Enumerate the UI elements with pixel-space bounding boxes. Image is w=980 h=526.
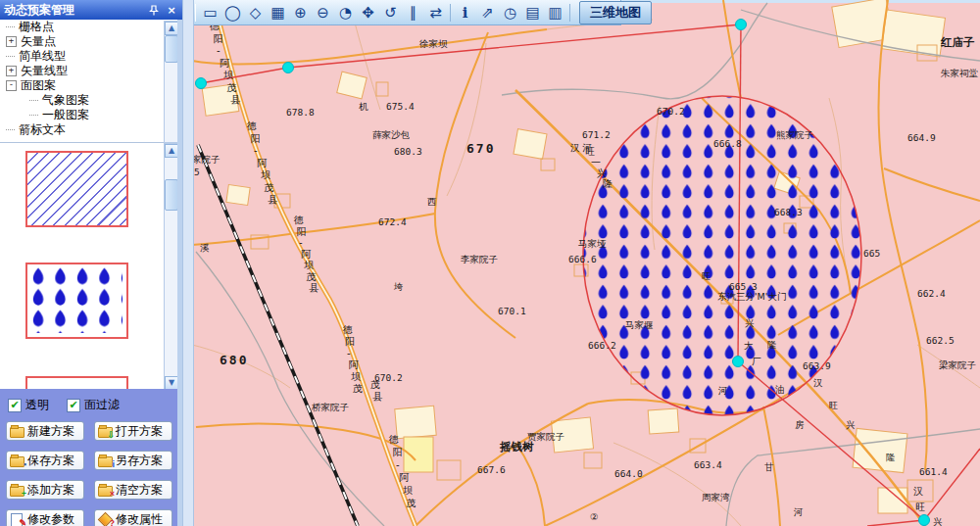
map-label: 家院子	[192, 154, 220, 165]
map-label: 油	[775, 384, 785, 395]
expand-icon[interactable]: +	[6, 36, 17, 47]
map-label: 汉	[813, 377, 823, 388]
button-label: 另存方案	[116, 453, 163, 469]
map-label: 桥家院子	[311, 402, 349, 412]
button-新建方案[interactable]: 新建方案	[6, 421, 84, 441]
zoom-out-icon[interactable]: ⊖	[312, 2, 334, 24]
tree-item-矢量线型[interactable]: +矢量线型	[0, 64, 164, 78]
tree-item-箭标文本[interactable]: 箭标文本	[0, 122, 164, 137]
zoom-in-icon[interactable]: ⊕	[289, 2, 312, 24]
button-保存方案[interactable]: ▪保存方案	[6, 451, 84, 470]
tree-item-简单线型[interactable]: 简单线型	[0, 49, 164, 64]
tree-item-栅格点[interactable]: 栅格点	[0, 20, 164, 34]
map-label: 徐家坝	[418, 38, 448, 49]
tree-item-矢量点[interactable]: +矢量点	[0, 34, 164, 49]
panel-title: 动态预案管理	[4, 2, 143, 19]
tree-item-气象图案[interactable]: 气象图案	[0, 93, 164, 108]
zoom-previous-icon[interactable]: ↺	[379, 2, 402, 24]
grid-icon[interactable]: ▦	[267, 2, 289, 24]
map3d-button[interactable]: 三维地图	[579, 1, 652, 24]
pattern-swatch-partial[interactable]	[25, 376, 128, 390]
checkbox-透明[interactable]: ✔透明	[8, 397, 49, 413]
button-label: 修改参数	[27, 511, 74, 526]
map-label: 663.9	[803, 360, 831, 371]
map-label: 661.4	[919, 466, 948, 477]
map-label: 兴	[846, 419, 856, 430]
map-label: 隆	[767, 339, 777, 350]
toolbar-separator	[569, 4, 570, 22]
map-label: 德	[246, 120, 257, 131]
save-icon[interactable]: ▤	[521, 2, 544, 24]
clock-icon[interactable]: ◷	[499, 2, 521, 24]
button-label: 保存方案	[27, 453, 74, 469]
expand-icon[interactable]: +	[6, 66, 17, 76]
close-icon[interactable]: ×	[165, 3, 178, 17]
map-label: 670.2	[657, 106, 685, 117]
map-label: 薛家沙包	[372, 129, 411, 140]
map-label: 房	[795, 419, 805, 430]
pin-icon[interactable]	[147, 3, 161, 17]
panel-splitter[interactable]	[182, 0, 194, 526]
map-label: 县	[372, 391, 383, 402]
map-label: 664.0	[614, 468, 643, 479]
map-label: ②	[590, 511, 599, 522]
map-label: -	[396, 459, 400, 470]
map-label: 678.8	[286, 107, 315, 118]
map-label: 茂	[307, 271, 317, 282]
map-label: 朱家祠堂	[941, 68, 979, 78]
scroll-down-icon[interactable]: ▼	[165, 376, 178, 390]
layer-tree: 栅格点+矢量点简单线型+矢量线型-面图案气象图案一般图案箭标文本	[0, 20, 164, 142]
tree-item-面图案[interactable]: -面图案	[0, 78, 164, 93]
map-toolbar: ▭◯◇▦⊕⊖◔✥↺∥⇄i⇗◷▤▥ 三维地图	[192, 0, 621, 25]
measure-polygon-icon[interactable]: ◇	[244, 2, 267, 24]
map-label: 阳	[393, 447, 403, 457]
pattern-swatch-hatch[interactable]	[25, 151, 128, 227]
swap-icon[interactable]: ⇄	[424, 2, 447, 24]
button-清空方案[interactable]: ×清空方案	[94, 480, 172, 500]
map-label: 茂	[227, 82, 237, 93]
checkbox-面过滤[interactable]: ✔面过滤	[67, 397, 120, 413]
map-label: 阿	[400, 472, 410, 483]
button-另存方案[interactable]: i另存方案	[94, 451, 172, 470]
button-打开方案[interactable]: ⇩打开方案	[94, 421, 172, 441]
map-label: 河	[717, 385, 728, 396]
map-label: 旺	[915, 502, 925, 512]
map-label: 机	[359, 101, 368, 112]
button-修改属性[interactable]: ?修改属性	[94, 509, 172, 526]
scroll-up-icon[interactable]: ▲	[165, 144, 178, 158]
map-label: 熊家院子	[776, 129, 813, 140]
collapse-icon[interactable]: -	[6, 80, 17, 91]
info-icon[interactable]: i	[454, 2, 476, 24]
map-label: 667.6	[477, 464, 506, 475]
map-label: 阳	[297, 226, 307, 237]
map-label: 阿	[220, 58, 230, 69]
checkbox-icon[interactable]: ✔	[8, 399, 22, 412]
export-icon[interactable]: ⇗	[476, 2, 499, 24]
map-label: 坝	[403, 485, 413, 496]
map-label: 662.5	[926, 335, 955, 346]
map-label: 茂	[265, 182, 274, 193]
print-icon[interactable]: ▥	[544, 2, 566, 24]
scroll-up-icon[interactable]: ▲	[165, 22, 178, 35]
checkbox-icon[interactable]: ✔	[67, 399, 80, 412]
globe-icon[interactable]: ◔	[334, 2, 357, 24]
toolbar-grip[interactable]	[195, 4, 196, 22]
pause-icon[interactable]: ∥	[402, 2, 424, 24]
measure-distance-icon[interactable]: ▭	[199, 2, 221, 24]
map-canvas[interactable]: 徐家坝678.8机675.4薛家沙包680.3670680672.4西垮溪家院子…	[192, 0, 980, 526]
pan-icon[interactable]: ✥	[357, 2, 379, 24]
map-viewport[interactable]: 徐家坝678.8机675.4薛家沙包680.3670680672.4西垮溪家院子…	[192, 0, 980, 526]
map-label: 甘	[764, 461, 774, 472]
toolbar-separator	[450, 4, 451, 22]
measure-area-icon[interactable]: ◯	[221, 2, 244, 24]
map-label: 680.3	[394, 146, 422, 157]
pattern-swatch-drops[interactable]	[25, 263, 128, 339]
folder-clear-icon: ×	[98, 484, 113, 496]
button-添加方案[interactable]: +添加方案	[6, 480, 84, 500]
button-修改参数[interactable]: ✎修改参数	[6, 509, 84, 526]
folder-open-icon: ⇩	[98, 425, 113, 437]
folder-add-icon: +	[10, 484, 24, 496]
tree-item-一般图案[interactable]: 一般图案	[0, 108, 164, 122]
map-label: 汉	[913, 486, 923, 497]
folder-new-icon	[10, 425, 24, 437]
